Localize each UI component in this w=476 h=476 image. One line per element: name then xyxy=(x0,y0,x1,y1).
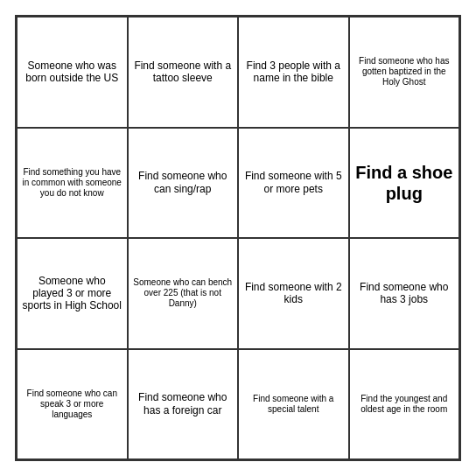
bingo-cell-r0c1: Find someone with a tattoo sleeve xyxy=(128,17,239,128)
bingo-cell-text-r3c3: Find the youngest and oldest age in the … xyxy=(354,394,455,415)
bingo-cell-r1c0: Find something you have in common with s… xyxy=(17,128,128,239)
bingo-cell-text-r1c2: Find someone with 5 or more pets xyxy=(243,170,344,195)
bingo-cell-r0c3: Find someone who has gotten baptized in … xyxy=(349,17,460,128)
bingo-cell-text-r0c2: Find 3 people with a name in the bible xyxy=(243,60,344,85)
bingo-cell-r2c3: Find someone who has 3 jobs xyxy=(349,238,460,349)
bingo-cell-text-r3c2: Find someone with a special talent xyxy=(243,394,344,415)
bingo-cell-text-r2c2: Find someone with 2 kids xyxy=(243,281,344,306)
bingo-cell-r2c0: Someone who played 3 or more sports in H… xyxy=(17,238,128,349)
bingo-cell-r3c2: Find someone with a special talent xyxy=(238,349,349,460)
bingo-cell-r1c1: Find someone who can sing/rap xyxy=(128,128,239,239)
bingo-cell-text-r0c1: Find someone with a tattoo sleeve xyxy=(133,60,234,85)
bingo-cell-text-r0c0: Someone who was born outside the US xyxy=(22,60,122,85)
bingo-cell-r1c2: Find someone with 5 or more pets xyxy=(238,128,349,239)
bingo-cell-text-r0c3: Find someone who has gotten baptized in … xyxy=(354,56,455,88)
bingo-cell-r1c3: Find a shoe plug xyxy=(349,128,460,239)
bingo-cell-r3c0: Find someone who can speak 3 or more lan… xyxy=(17,349,128,460)
bingo-cell-r2c2: Find someone with 2 kids xyxy=(238,238,349,349)
bingo-cell-r3c3: Find the youngest and oldest age in the … xyxy=(349,349,460,460)
bingo-cell-text-r1c1: Find someone who can sing/rap xyxy=(133,170,234,195)
bingo-cell-r2c1: Someone who can bench over 225 (that is … xyxy=(128,238,239,349)
bingo-cell-text-r2c1: Someone who can bench over 225 (that is … xyxy=(133,277,234,309)
bingo-cell-text-r1c0: Find something you have in common with s… xyxy=(22,167,122,199)
bingo-cell-text-r2c3: Find someone who has 3 jobs xyxy=(354,281,455,306)
bingo-cell-text-r1c3: Find a shoe plug xyxy=(354,162,455,204)
bingo-cell-text-r3c0: Find someone who can speak 3 or more lan… xyxy=(22,388,122,420)
bingo-cell-text-r3c1: Find someone who has a foreign car xyxy=(133,391,234,416)
bingo-cell-r0c2: Find 3 people with a name in the bible xyxy=(238,17,349,128)
bingo-board: Someone who was born outside the USFind … xyxy=(15,15,461,461)
bingo-cell-r3c1: Find someone who has a foreign car xyxy=(128,349,239,460)
bingo-cell-text-r2c0: Someone who played 3 or more sports in H… xyxy=(22,275,122,312)
bingo-cell-r0c0: Someone who was born outside the US xyxy=(17,17,128,128)
